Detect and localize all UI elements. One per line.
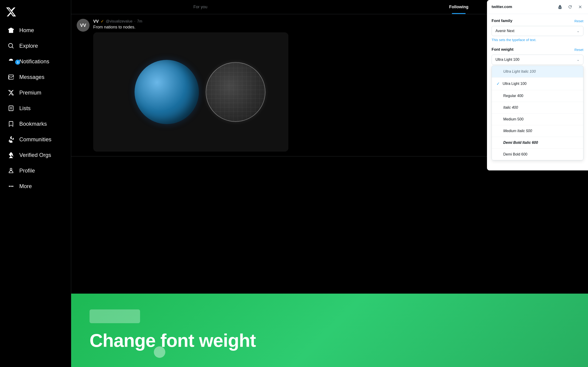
dropdown-item-italic[interactable]: Italic 400 <box>492 102 583 114</box>
more-icon <box>7 183 15 190</box>
sidebar-item-home[interactable]: Home <box>2 23 69 38</box>
tweet-time: · <box>134 19 135 23</box>
tab-for-you[interactable]: For you <box>71 0 330 14</box>
bell-icon: 3 <box>7 58 15 65</box>
lightning-icon <box>7 151 15 159</box>
dropdown-item-label: Ultra Light 100 <box>502 82 527 86</box>
browser-popup: twitter.com Font family Reset <box>487 0 588 170</box>
x-logo[interactable] <box>0 4 71 21</box>
earth-image <box>135 60 199 124</box>
community-icon <box>7 136 15 143</box>
x-premium-icon <box>7 89 15 96</box>
font-weight-title: Font weight <box>492 47 513 52</box>
font-family-header: Font family Reset <box>492 19 583 23</box>
font-weight-section: Font weight Reset Ultra Light 100 ⌄ Ultr… <box>492 47 583 160</box>
banner-layout: Change font weight <box>90 309 570 351</box>
sidebar-nav: Home Explore 3 Notifications <box>0 23 71 363</box>
font-family-select-display[interactable]: Avenir Next ⌄ <box>492 26 583 36</box>
checkmark-icon: ✓ <box>496 81 500 86</box>
sidebar-more-label: More <box>19 183 32 190</box>
popup-header-icons <box>557 4 583 10</box>
sidebar-lists-label: Lists <box>19 105 31 111</box>
font-family-section: Font family Reset Avenir Next ⌄ This set… <box>492 19 583 42</box>
close-icon[interactable] <box>577 4 583 10</box>
font-weight-value: Ultra Light 100 <box>495 58 519 62</box>
tweet-image <box>93 32 288 152</box>
dropdown-item-demi-bold[interactable]: Demi Bold 600 <box>492 149 583 160</box>
mail-icon <box>7 73 15 81</box>
verified-badge-icon: ✓ <box>101 19 104 24</box>
popup-domain: twitter.com <box>492 5 512 9</box>
sidebar-item-verified[interactable]: Verified Orgs <box>2 148 69 162</box>
sidebar-verified-label: Verified Orgs <box>19 152 51 158</box>
wire-sphere-image <box>206 62 265 122</box>
sidebar-messages-label: Messages <box>19 74 44 80</box>
sidebar-notifications-label: Notifications <box>19 58 49 65</box>
dropdown-item-ultra-light[interactable]: ✓ Ultra Light 100 <box>492 77 583 90</box>
font-family-hint: This sets the typeface of text. <box>492 38 583 42</box>
sidebar-home-label: Home <box>19 27 34 33</box>
sidebar-item-explore[interactable]: Explore <box>2 39 69 53</box>
font-weight-header: Font weight Reset <box>492 47 583 52</box>
dropdown-item-label: Ultra Light Italic 100 <box>503 69 536 74</box>
sidebar-communities-label: Communities <box>19 136 52 143</box>
sidebar-item-lists[interactable]: Lists <box>2 101 69 116</box>
dropdown-item-label: Medium 500 <box>503 117 523 121</box>
list-icon <box>7 105 15 112</box>
sidebar-explore-label: Explore <box>19 43 38 49</box>
sidebar-item-profile[interactable]: Profile <box>2 163 69 178</box>
bottom-banner: Change font weight <box>71 294 588 367</box>
sidebar-item-bookmarks[interactable]: Bookmarks <box>2 117 69 131</box>
search-icon <box>7 42 15 50</box>
dropdown-item-regular[interactable]: Regular 400 <box>492 90 583 102</box>
chevron-down-icon-weight: ⌄ <box>577 58 579 61</box>
dropdown-item-label: Demi Bold 600 <box>503 152 527 156</box>
sidebar-profile-label: Profile <box>19 167 35 174</box>
font-weight-dropdown: Ultra Light Italic 100 ✓ Ultra Light 100… <box>492 66 583 160</box>
font-weight-select[interactable]: Ultra Light 100 ⌄ <box>492 55 583 65</box>
avatar: VV <box>77 19 90 32</box>
popup-body: Font family Reset Avenir Next ⌄ This set… <box>487 14 588 170</box>
tweet-time-value: 7m <box>137 19 142 23</box>
sidebar-item-more[interactable]: More <box>2 179 69 194</box>
tweet-author-name: VV <box>93 19 99 24</box>
sidebar-bookmarks-label: Bookmarks <box>19 121 47 127</box>
font-weight-select-display[interactable]: Ultra Light 100 ⌄ <box>492 55 583 65</box>
banner-button[interactable] <box>90 309 140 323</box>
refresh-icon[interactable] <box>567 4 573 10</box>
font-family-title: Font family <box>492 19 512 23</box>
font-weight-reset-button[interactable]: Reset <box>574 48 583 52</box>
dropdown-item-medium-italic[interactable]: Medium Italic 500 <box>492 125 583 137</box>
banner-top-row <box>90 309 570 323</box>
sidebar-item-premium[interactable]: Premium <box>2 85 69 100</box>
sidebar-item-notifications[interactable]: 3 Notifications <box>2 54 69 69</box>
tweet-author-handle: @visualizevalue <box>106 19 132 23</box>
dropdown-item-label: Demi Bold Italic 600 <box>503 141 538 145</box>
dropdown-item-ultra-light-italic[interactable]: Ultra Light Italic 100 <box>492 66 583 77</box>
sidebar: Home Explore 3 Notifications <box>0 0 71 367</box>
font-family-select[interactable]: Avenir Next ⌄ <box>492 26 583 36</box>
sidebar-premium-label: Premium <box>19 90 41 96</box>
home-icon <box>7 27 15 34</box>
bookmark-icon <box>7 120 15 127</box>
dropdown-item-medium[interactable]: Medium 500 <box>492 114 583 125</box>
tweet-image-bg <box>93 32 288 152</box>
dropdown-item-label: Regular 400 <box>503 94 523 98</box>
sidebar-item-communities[interactable]: Communities <box>2 132 69 147</box>
font-family-reset-button[interactable]: Reset <box>574 19 583 23</box>
dropdown-item-demi-bold-italic[interactable]: Demi Bold Italic 600 <box>492 137 583 149</box>
banner-dot <box>154 346 165 358</box>
notifications-badge: 3 <box>15 60 20 65</box>
sidebar-item-messages[interactable]: Messages <box>2 70 69 84</box>
popup-header: twitter.com <box>487 0 588 14</box>
lock-icon[interactable] <box>557 4 563 10</box>
chevron-down-icon: ⌄ <box>577 29 579 33</box>
dropdown-item-label: Italic 400 <box>503 106 518 110</box>
font-family-value: Avenir Next <box>495 29 514 33</box>
person-icon <box>7 167 15 174</box>
dropdown-item-label: Medium Italic 500 <box>503 129 532 133</box>
